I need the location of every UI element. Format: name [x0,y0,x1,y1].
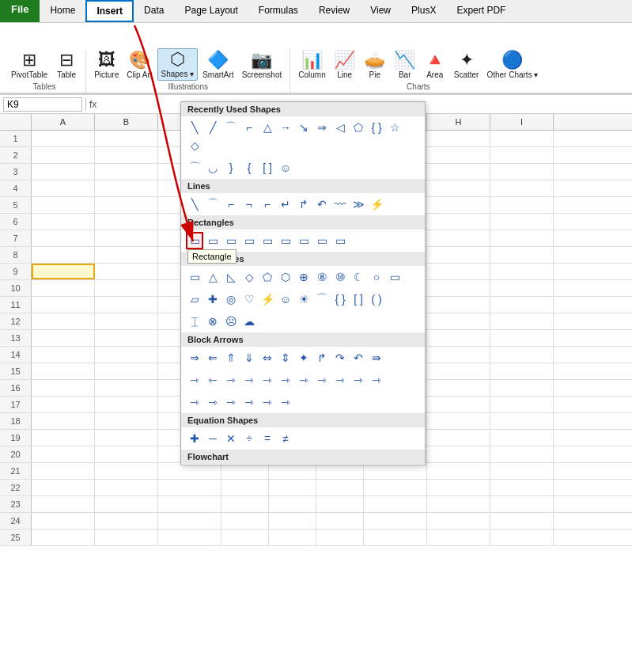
shape-triangle[interactable]: △ [259,119,276,136]
cell-A14[interactable] [32,347,95,363]
cell-H8[interactable] [427,247,490,263]
line-scribble[interactable]: 〰 [331,196,349,213]
cell-A12[interactable] [32,313,95,329]
name-box[interactable] [3,97,82,112]
btn-bar-chart[interactable]: 📉 Bar [391,50,419,81]
cell-F23[interactable] [316,496,364,512]
block-lr[interactable]: ⇔ [259,349,276,366]
cell-B14[interactable] [95,347,158,363]
shapes-dropdown[interactable]: Recently Used Shapes ╲ ╱ ⌒ ⌐ △ → ↘ ⇒ ◁ ⬠… [180,101,426,465]
cell-H21[interactable] [427,463,490,479]
shape-arrow2[interactable]: ⇒ [313,119,331,136]
block-up[interactable]: ⇑ [222,349,240,366]
btn-picture[interactable]: 🖼 Picture [91,50,122,81]
block-arrow4[interactable]: ⇾ [295,371,312,389]
cell-G23[interactable] [364,496,427,512]
basic-rect[interactable]: ▭ [186,268,203,286]
cell-B21[interactable] [95,463,158,479]
cell-I24[interactable] [490,513,554,529]
cell-B22[interactable] [95,480,158,495]
cell-D22[interactable] [221,480,269,495]
shape-smiley[interactable]: ☺ [277,159,294,177]
block-arrow8[interactable]: ⇾ [368,371,385,389]
cell-E25[interactable] [269,530,316,545]
cell-F25[interactable] [316,530,364,545]
cell-C25[interactable] [158,530,221,545]
tab-page-layout[interactable]: Page Layout [174,0,248,22]
block-arrow7[interactable]: ⇾ [350,371,367,389]
shape-curved[interactable]: ⌒ [186,159,203,177]
cell-B17[interactable] [95,397,158,412]
shape-pentagon[interactable]: ⬠ [350,119,367,136]
cell-I11[interactable] [490,297,554,313]
cell-I20[interactable] [490,446,554,462]
btn-shapes[interactable]: ⬡ Shapes ▾ [157,48,199,81]
cell-C21[interactable] [158,463,221,479]
cell-E23[interactable] [269,496,316,512]
cell-I10[interactable] [490,280,554,296]
cell-H12[interactable] [427,313,490,329]
cell-H23[interactable] [427,496,490,512]
cell-H24[interactable] [427,513,490,529]
cell-B9[interactable] [95,264,158,279]
cell-B7[interactable] [95,230,158,246]
basic-right-triangle[interactable]: ◺ [222,268,240,286]
cell-H10[interactable] [427,280,490,296]
cell-F24[interactable] [316,513,364,529]
cell-A22[interactable] [32,480,95,495]
line-bent1[interactable]: ↵ [277,196,294,213]
eq-not-equals[interactable]: ≠ [277,430,294,447]
basic-plaque[interactable]: ▭ [386,268,403,286]
btn-pivot-table[interactable]: ⊞ PivotTable [8,50,51,81]
cell-B10[interactable] [95,280,158,296]
basic-paren-pair[interactable]: ( ) [368,290,385,308]
shape-diamond[interactable]: ◇ [186,137,203,154]
cell-A19[interactable] [32,430,95,446]
cell-A3[interactable] [32,164,95,180]
cell-H6[interactable] [427,214,490,230]
shape-arrow-right[interactable]: → [277,119,294,136]
tab-insert[interactable]: Insert [85,0,134,22]
cell-H18[interactable] [427,413,490,429]
block-right[interactable]: ⇒ [186,349,203,366]
cell-F21[interactable] [316,463,364,479]
cell-I6[interactable] [490,214,554,230]
shape-bent-arrow[interactable]: ↘ [295,119,312,136]
shape-rounded-rect[interactable]: ▭ [204,232,221,249]
btn-table[interactable]: ⊟ Table [52,50,81,81]
tab-home[interactable]: Home [40,0,85,22]
cell-I25[interactable] [490,530,554,545]
basic-sun[interactable]: ☀ [295,290,312,308]
cell-E21[interactable] [269,463,316,479]
shape-double-snip[interactable]: ▭ [277,232,294,249]
shape-frame-rect[interactable]: ▭ [331,232,349,249]
basic-circle[interactable]: ⑧ [313,268,331,286]
block-ud[interactable]: ⇕ [277,349,294,366]
cell-G21[interactable] [364,463,427,479]
block-down2[interactable]: ⇾ [240,371,258,389]
btn-column-chart[interactable]: 📊 Column [295,50,328,81]
cell-B3[interactable] [95,164,158,180]
cell-D21[interactable] [221,463,269,479]
line-straight[interactable]: ╲ [186,196,203,213]
cell-A21[interactable] [32,463,95,479]
cell-I17[interactable] [490,397,554,412]
eq-plus[interactable]: ✚ [186,430,203,447]
cell-B23[interactable] [95,496,158,512]
basic-diamond[interactable]: ◇ [240,268,258,286]
cell-H17[interactable] [427,397,490,412]
cell-E24[interactable] [269,513,316,529]
cell-A15[interactable] [32,363,95,379]
block-bent[interactable]: ↱ [313,349,331,366]
line-bent2[interactable]: ↱ [295,196,312,213]
basic-hexagon[interactable]: ⬡ [277,268,294,286]
tab-file[interactable]: File [0,0,40,22]
block-curved-right[interactable]: ↷ [331,349,349,366]
btn-smartart[interactable]: 🔷 SmartArt [199,50,237,81]
shape-brace[interactable]: { } [368,119,385,136]
shape-snip-round[interactable]: ▭ [259,232,276,249]
tab-expert-pdf[interactable]: Expert PDF [446,0,516,22]
cell-F22[interactable] [316,480,364,495]
cell-A2[interactable] [32,147,95,163]
block-curved-left[interactable]: ↶ [350,349,367,366]
